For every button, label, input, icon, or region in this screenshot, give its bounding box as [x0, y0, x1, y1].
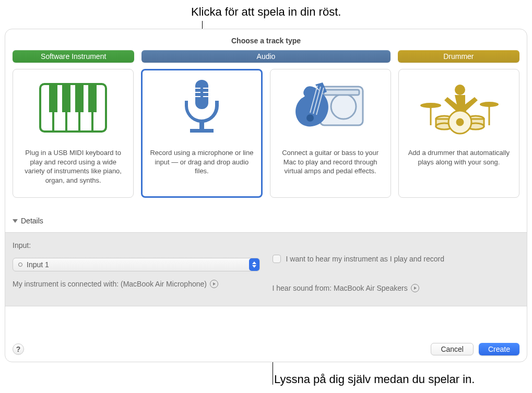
svg-point-19	[306, 114, 314, 122]
input-value: Input 1	[27, 260, 49, 269]
create-button[interactable]: Create	[479, 343, 519, 355]
select-stepper-icon	[249, 258, 259, 271]
details-panel: Input: Input 1 My instrument is connecte…	[5, 232, 527, 306]
card-desc: Add a drummer that automatically plays a…	[406, 148, 512, 166]
callout-record-voice: Klicka för att spela in din röst.	[191, 5, 341, 19]
instrument-connection: My instrument is connected with: (MacBoo…	[13, 280, 260, 288]
monitor-label: I want to hear my instrument as I play a…	[286, 255, 444, 263]
monitor-row: I want to hear my instrument as I play a…	[273, 255, 520, 263]
svg-point-17	[331, 94, 356, 119]
output-text: I hear sound from: MacBook Air Speakers	[273, 284, 408, 292]
input-channel-icon	[18, 263, 22, 267]
help-button[interactable]: ?	[13, 343, 24, 355]
track-cards: Plug in a USB MIDI keyboard to play and …	[13, 69, 519, 198]
input-label: Input:	[13, 241, 260, 249]
panel-left: Input: Input 1 My instrument is connecte…	[13, 241, 260, 292]
microphone-icon	[149, 78, 254, 138]
svg-point-23	[455, 85, 465, 95]
card-desc: Plug in a USB MIDI keyboard to play and …	[20, 148, 126, 185]
drummer-icon	[406, 78, 512, 138]
guitar-amp-icon	[278, 78, 383, 138]
details-toggle[interactable]: Details	[13, 217, 43, 225]
card-software-instrument[interactable]: Plug in a USB MIDI keyboard to play and …	[13, 69, 134, 198]
card-drummer[interactable]: Add a drummer that automatically plays a…	[398, 69, 519, 198]
track-type-dialog: Choose a track type Software Instrument …	[5, 29, 527, 362]
pill-drummer[interactable]: Drummer	[398, 50, 519, 63]
svg-rect-18	[324, 90, 359, 95]
svg-point-24	[420, 103, 441, 108]
details-label: Details	[21, 217, 43, 225]
card-desc: Record using a microphone or line input …	[149, 148, 254, 176]
footer-buttons: Cancel Create	[431, 343, 519, 355]
svg-point-26	[480, 102, 499, 107]
card-audio-guitar[interactable]: Connect a guitar or bass to your Mac to …	[270, 69, 391, 198]
keyboard-icon	[20, 78, 126, 138]
card-desc: Connect a guitar or bass to your Mac to …	[278, 148, 383, 176]
svg-rect-7	[75, 85, 84, 112]
input-select[interactable]: Input 1	[13, 258, 260, 271]
chevron-down-icon	[13, 219, 18, 223]
svg-rect-5	[49, 85, 57, 112]
cancel-button[interactable]: Cancel	[431, 343, 474, 355]
panel-right: I want to hear my instrument as I play a…	[273, 241, 520, 292]
card-audio-mic[interactable]: Record using a microphone or line input …	[141, 69, 262, 198]
output-row: I hear sound from: MacBook Air Speakers	[273, 284, 520, 292]
callout-listen: Lyssna på dig själv medan du spelar in.	[274, 373, 475, 386]
pill-audio[interactable]: Audio	[141, 50, 390, 63]
dialog-footer: ? Cancel Create	[13, 338, 519, 355]
category-pills: Software Instrument Audio Drummer	[13, 50, 519, 63]
monitor-checkbox[interactable]	[273, 255, 281, 263]
svg-point-35	[457, 119, 463, 125]
dialog-title: Choose a track type	[13, 37, 519, 45]
connection-text: My instrument is connected with: (MacBoo…	[13, 280, 207, 288]
connection-arrow-icon[interactable]	[210, 280, 218, 288]
svg-rect-9	[195, 80, 208, 109]
svg-rect-8	[88, 85, 97, 112]
svg-rect-6	[62, 85, 70, 112]
output-arrow-icon[interactable]	[411, 284, 419, 292]
pill-software-instrument[interactable]: Software Instrument	[13, 50, 134, 63]
